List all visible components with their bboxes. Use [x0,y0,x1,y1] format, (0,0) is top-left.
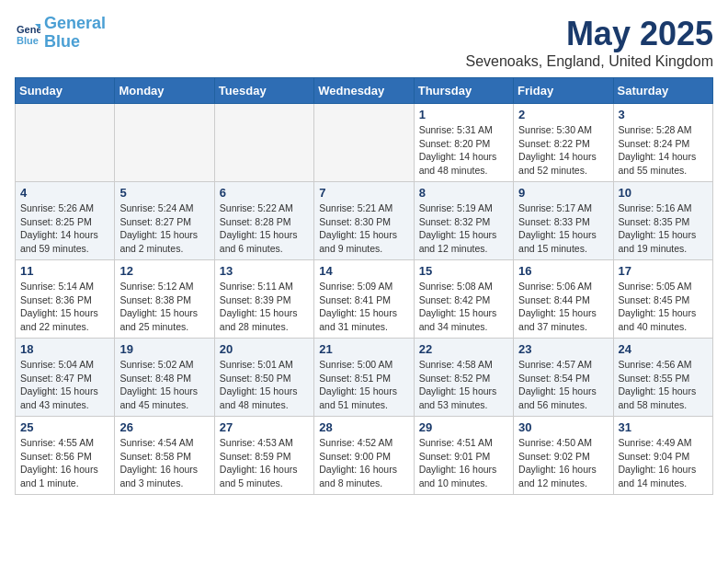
day-info: Sunrise: 4:55 AM Sunset: 8:56 PM Dayligh… [20,436,109,490]
week-row-4: 18Sunrise: 5:04 AM Sunset: 8:47 PM Dayli… [16,339,713,417]
day-info: Sunrise: 4:56 AM Sunset: 8:55 PM Dayligh… [619,358,708,412]
week-row-3: 11Sunrise: 5:14 AM Sunset: 8:36 PM Dayli… [16,260,713,339]
day-info: Sunrise: 5:22 AM Sunset: 8:28 PM Dayligh… [220,201,309,256]
day-number: 21 [319,342,408,356]
calendar-cell: 17Sunrise: 5:05 AM Sunset: 8:45 PM Dayli… [613,260,712,339]
day-number: 4 [20,186,109,200]
page-header: General Blue General Blue May 2025 Seven… [15,15,713,70]
day-info: Sunrise: 5:16 AM Sunset: 8:35 PM Dayligh… [619,201,708,256]
day-info: Sunrise: 4:53 AM Sunset: 8:59 PM Dayligh… [220,436,309,490]
day-number: 24 [619,342,708,356]
day-number: 6 [220,186,309,200]
calendar-cell: 18Sunrise: 5:04 AM Sunset: 8:47 PM Dayli… [16,339,115,417]
day-info: Sunrise: 4:58 AM Sunset: 8:52 PM Dayligh… [419,358,508,412]
day-info: Sunrise: 4:52 AM Sunset: 9:00 PM Dayligh… [319,436,408,490]
week-row-2: 4Sunrise: 5:26 AM Sunset: 8:25 PM Daylig… [16,182,713,260]
day-number: 11 [20,264,109,278]
calendar-cell: 24Sunrise: 4:56 AM Sunset: 8:55 PM Dayli… [613,339,712,417]
day-number: 26 [119,420,209,434]
calendar-cell: 31Sunrise: 4:49 AM Sunset: 9:04 PM Dayli… [613,417,712,495]
calendar-cell: 29Sunrise: 4:51 AM Sunset: 9:01 PM Dayli… [414,417,513,495]
day-number: 3 [619,108,708,121]
day-number: 18 [20,342,109,356]
weekday-header-friday: Friday [514,78,613,104]
calendar-cell: 1Sunrise: 5:31 AM Sunset: 8:20 PM Daylig… [414,104,513,182]
day-info: Sunrise: 5:01 AM Sunset: 8:50 PM Dayligh… [220,358,309,412]
calendar-cell: 12Sunrise: 5:12 AM Sunset: 8:38 PM Dayli… [115,260,214,339]
day-info: Sunrise: 5:04 AM Sunset: 8:47 PM Dayligh… [20,358,109,412]
weekday-header-saturday: Saturday [613,78,712,104]
day-info: Sunrise: 4:57 AM Sunset: 8:54 PM Dayligh… [518,358,608,412]
day-number: 27 [220,420,309,434]
calendar-cell: 25Sunrise: 4:55 AM Sunset: 8:56 PM Dayli… [16,417,115,495]
calendar-cell: 9Sunrise: 5:17 AM Sunset: 8:33 PM Daylig… [514,182,613,260]
day-info: Sunrise: 5:19 AM Sunset: 8:32 PM Dayligh… [419,201,508,256]
logo-line1: General [44,14,106,32]
day-info: Sunrise: 5:12 AM Sunset: 8:38 PM Dayligh… [119,280,209,334]
day-number: 5 [119,186,209,200]
logo-line2: Blue [44,32,80,51]
day-number: 12 [119,264,209,278]
day-info: Sunrise: 5:08 AM Sunset: 8:42 PM Dayligh… [419,280,508,334]
calendar-cell [214,104,313,182]
day-number: 25 [20,420,109,434]
calendar-cell: 15Sunrise: 5:08 AM Sunset: 8:42 PM Dayli… [414,260,513,339]
calendar-cell: 30Sunrise: 4:50 AM Sunset: 9:02 PM Dayli… [514,417,613,495]
logo-icon: General Blue [15,20,40,46]
day-number: 13 [220,264,309,278]
logo-text: General Blue [44,15,106,52]
calendar-cell: 3Sunrise: 5:28 AM Sunset: 8:24 PM Daylig… [613,104,712,182]
day-number: 8 [419,186,508,200]
day-number: 20 [220,342,309,356]
weekday-header-sunday: Sunday [16,78,115,104]
day-number: 22 [419,342,508,356]
day-info: Sunrise: 5:00 AM Sunset: 8:51 PM Dayligh… [319,358,408,412]
day-info: Sunrise: 5:17 AM Sunset: 8:33 PM Dayligh… [518,201,608,256]
calendar-cell: 23Sunrise: 4:57 AM Sunset: 8:54 PM Dayli… [514,339,613,417]
day-info: Sunrise: 4:49 AM Sunset: 9:04 PM Dayligh… [619,436,708,490]
day-number: 7 [319,186,408,200]
day-number: 14 [319,264,408,278]
calendar-cell: 10Sunrise: 5:16 AM Sunset: 8:35 PM Dayli… [613,182,712,260]
calendar-cell: 5Sunrise: 5:24 AM Sunset: 8:27 PM Daylig… [115,182,214,260]
calendar-cell: 19Sunrise: 5:02 AM Sunset: 8:48 PM Dayli… [115,339,214,417]
day-number: 19 [119,342,209,356]
weekday-header-tuesday: Tuesday [214,78,313,104]
svg-text:Blue: Blue [17,35,39,46]
day-number: 28 [319,420,408,434]
day-info: Sunrise: 5:06 AM Sunset: 8:44 PM Dayligh… [518,280,608,334]
weekday-header-thursday: Thursday [414,78,513,104]
calendar-cell: 22Sunrise: 4:58 AM Sunset: 8:52 PM Dayli… [414,339,513,417]
week-row-5: 25Sunrise: 4:55 AM Sunset: 8:56 PM Dayli… [16,417,713,495]
day-number: 9 [518,186,608,200]
week-row-1: 1Sunrise: 5:31 AM Sunset: 8:20 PM Daylig… [16,104,713,182]
day-info: Sunrise: 5:24 AM Sunset: 8:27 PM Dayligh… [119,201,209,256]
day-info: Sunrise: 5:02 AM Sunset: 8:48 PM Dayligh… [119,358,209,412]
day-info: Sunrise: 5:26 AM Sunset: 8:25 PM Dayligh… [20,201,109,256]
calendar-cell: 14Sunrise: 5:09 AM Sunset: 8:41 PM Dayli… [314,260,414,339]
calendar-cell: 28Sunrise: 4:52 AM Sunset: 9:00 PM Dayli… [314,417,414,495]
calendar-cell: 16Sunrise: 5:06 AM Sunset: 8:44 PM Dayli… [514,260,613,339]
calendar-cell: 8Sunrise: 5:19 AM Sunset: 8:32 PM Daylig… [414,182,513,260]
day-info: Sunrise: 5:14 AM Sunset: 8:36 PM Dayligh… [20,280,109,334]
day-number: 16 [518,264,608,278]
weekday-header-row: SundayMondayTuesdayWednesdayThursdayFrid… [16,78,713,104]
calendar-cell: 20Sunrise: 5:01 AM Sunset: 8:50 PM Dayli… [214,339,313,417]
day-info: Sunrise: 4:51 AM Sunset: 9:01 PM Dayligh… [419,436,508,490]
calendar-cell: 6Sunrise: 5:22 AM Sunset: 8:28 PM Daylig… [214,182,313,260]
day-number: 31 [619,420,708,434]
month-title: May 2025 [465,15,713,53]
calendar-cell: 2Sunrise: 5:30 AM Sunset: 8:22 PM Daylig… [514,104,613,182]
weekday-header-monday: Monday [115,78,214,104]
day-info: Sunrise: 5:21 AM Sunset: 8:30 PM Dayligh… [319,201,408,256]
day-info: Sunrise: 4:54 AM Sunset: 8:58 PM Dayligh… [119,436,209,490]
calendar: SundayMondayTuesdayWednesdayThursdayFrid… [15,77,713,495]
day-number: 2 [518,108,608,121]
day-number: 10 [619,186,708,200]
day-number: 29 [419,420,508,434]
calendar-cell [16,104,115,182]
calendar-cell: 7Sunrise: 5:21 AM Sunset: 8:30 PM Daylig… [314,182,414,260]
location: Sevenoaks, England, United Kingdom [465,53,713,70]
day-info: Sunrise: 5:28 AM Sunset: 8:24 PM Dayligh… [619,123,708,178]
day-info: Sunrise: 4:50 AM Sunset: 9:02 PM Dayligh… [518,436,608,490]
